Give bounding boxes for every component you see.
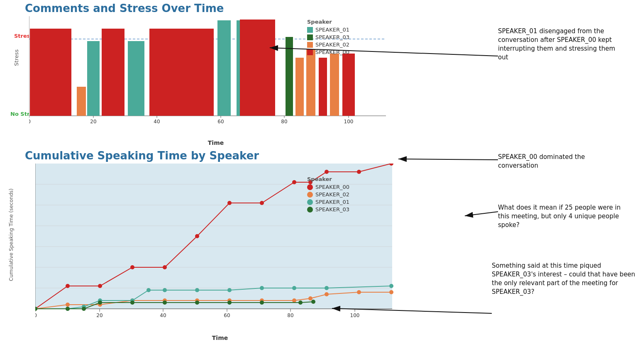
svg-point-74	[357, 170, 361, 174]
svg-point-101	[389, 284, 393, 288]
svg-text:40: 40	[160, 313, 166, 318]
svg-rect-21	[149, 29, 214, 116]
svg-point-73	[325, 170, 329, 174]
legend-label-b-sp03: SPEAKER_03	[315, 206, 349, 213]
svg-point-97	[227, 288, 232, 292]
legend-item-sp03: SPEAKER_03	[307, 34, 349, 40]
svg-text:100: 100	[350, 313, 360, 318]
legend-label-b-sp01: SPEAKER_01	[315, 199, 349, 205]
svg-text:80: 80	[281, 119, 287, 125]
legend-color-sp00	[307, 49, 313, 55]
annotation-bottom-2: What does it mean if 25 people were in t…	[498, 203, 627, 230]
svg-point-96	[195, 288, 199, 292]
svg-rect-26	[295, 58, 304, 116]
svg-text:80: 80	[287, 313, 293, 318]
svg-point-87	[357, 290, 361, 294]
annotation-top-text: SPEAKER_01 disengaged from the conversat…	[498, 27, 627, 62]
svg-point-71	[292, 180, 296, 184]
svg-point-98	[260, 286, 264, 290]
svg-point-105	[98, 300, 102, 305]
legend-color-sp01	[307, 27, 313, 33]
svg-point-100	[325, 286, 329, 290]
svg-point-65	[98, 284, 102, 288]
svg-point-104	[82, 307, 86, 311]
x-axis-label-top: Time	[29, 139, 403, 146]
svg-rect-25	[286, 37, 293, 116]
top-chart-section: Comments and Stress Over Time Stress No …	[8, 2, 465, 146]
legend-color-b-sp01	[307, 199, 313, 205]
svg-point-84	[292, 298, 296, 303]
svg-text:60: 60	[217, 119, 224, 125]
svg-point-86	[325, 292, 329, 296]
svg-rect-18	[87, 41, 100, 116]
svg-point-94	[146, 288, 151, 292]
svg-rect-28	[319, 58, 327, 116]
svg-text:0: 0	[29, 119, 31, 125]
svg-point-108	[195, 300, 199, 305]
svg-point-69	[227, 201, 232, 205]
svg-point-64	[66, 284, 70, 288]
svg-point-67	[163, 265, 167, 269]
svg-line-117	[465, 212, 498, 216]
svg-rect-27	[306, 49, 315, 116]
annotation-bottom-1-text: SPEAKER_00 dominated the conversation	[498, 153, 585, 169]
annotation-bottom-3-text: Something said at this time piqued SPEAK…	[492, 262, 635, 296]
legend-label-sp01: SPEAKER_01	[315, 27, 349, 33]
svg-rect-17	[77, 87, 86, 116]
svg-rect-20	[128, 41, 144, 116]
svg-text:60: 60	[224, 313, 230, 318]
svg-point-99	[292, 286, 296, 290]
top-legend-title: Speaker	[307, 19, 349, 25]
legend-item-sp02: SPEAKER_02	[307, 42, 349, 48]
legend-color-sp02	[307, 42, 313, 48]
svg-text:20: 20	[96, 313, 103, 318]
legend-color-b-sp02	[307, 192, 313, 198]
bottom-legend: Speaker SPEAKER_00 SPEAKER_02 SPEAKER_01…	[307, 176, 349, 214]
svg-point-110	[260, 300, 264, 305]
svg-point-88	[389, 290, 393, 294]
top-legend: Speaker SPEAKER_01 SPEAKER_03 SPEAKER_02…	[307, 19, 349, 56]
legend-item-b-sp02: SPEAKER_02	[307, 191, 349, 198]
bottom-chart-section: Cumulative Speaking Time by Speaker Cumu…	[8, 149, 465, 341]
svg-point-68	[195, 234, 199, 238]
svg-rect-22	[217, 20, 231, 116]
annotation-bottom-3: Something said at this time piqued SPEAK…	[492, 261, 637, 296]
svg-text:20: 20	[90, 119, 96, 125]
svg-point-109	[227, 300, 232, 305]
svg-point-111	[298, 300, 303, 305]
y-axis-label-top: Stress	[13, 49, 20, 66]
legend-item-b-sp03: SPEAKER_03	[307, 206, 349, 213]
legend-label-sp00: SPEAKER_00	[315, 49, 349, 55]
legend-label-sp03: SPEAKER_03	[315, 34, 349, 40]
svg-point-77	[66, 303, 70, 307]
legend-color-sp03	[307, 34, 313, 40]
svg-rect-24	[240, 20, 275, 116]
svg-text:100: 100	[344, 119, 354, 125]
svg-point-66	[130, 265, 134, 269]
svg-text:40: 40	[154, 119, 160, 125]
svg-point-70	[260, 201, 264, 205]
legend-item-sp00: SPEAKER_00	[307, 49, 349, 55]
legend-color-b-sp00	[307, 184, 313, 190]
svg-rect-19	[102, 29, 124, 116]
y-axis-label-bottom: Cumulative Speaking Time (seconds)	[8, 188, 15, 281]
svg-text:0: 0	[35, 313, 37, 318]
svg-rect-30	[342, 54, 355, 116]
annotation-bottom-1: SPEAKER_00 dominated the conversation	[498, 153, 627, 170]
svg-rect-16	[30, 29, 71, 116]
svg-point-95	[163, 288, 167, 292]
svg-rect-29	[330, 54, 339, 116]
svg-point-112	[311, 300, 315, 304]
annotation-bottom-2-text: What does it mean if 25 people were in t…	[498, 204, 621, 229]
top-chart-title: Comments and Stress Over Time	[25, 2, 465, 15]
top-annotation: SPEAKER_01 disengaged from the conversat…	[498, 27, 627, 62]
legend-item-sp01: SPEAKER_01	[307, 27, 349, 33]
bottom-legend-title: Speaker	[307, 176, 349, 182]
svg-point-103	[66, 307, 70, 311]
svg-point-107	[163, 300, 167, 305]
bottom-chart-title: Cumulative Speaking Time by Speaker	[25, 149, 465, 162]
legend-item-b-sp00: SPEAKER_00	[307, 184, 349, 190]
legend-label-sp02: SPEAKER_02	[315, 42, 349, 48]
svg-point-106	[130, 300, 134, 305]
x-axis-label-bottom: Time	[33, 335, 407, 341]
